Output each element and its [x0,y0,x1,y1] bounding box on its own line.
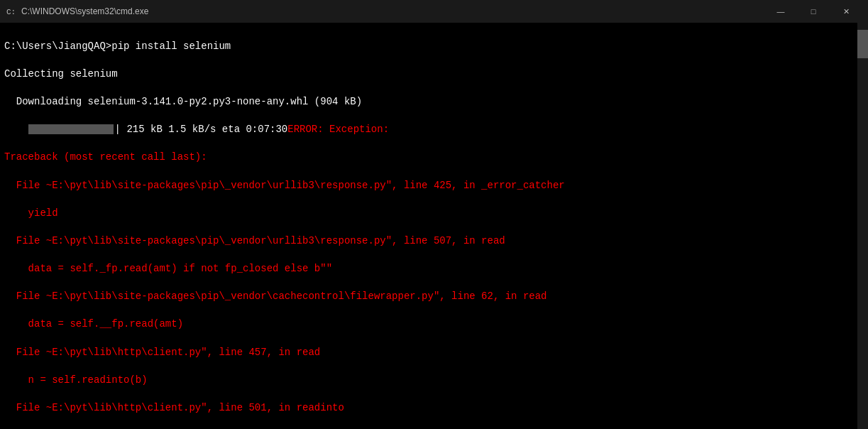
maximize-button[interactable]: □ [797,0,830,23]
line-13: n = self.readinto(b) [4,374,864,388]
line-6: File ~E:\pyt\lib\site-packages\pip\_vend… [4,179,864,193]
terminal-content: C:\Users\JiangQAQ>pip install selenium C… [4,26,864,429]
line-7: yield [4,207,864,221]
svg-text:C:: C: [6,8,16,16]
line-8: File ~E:\pyt\lib\site-packages\pip\_vend… [4,234,864,249]
line-2: Collecting selenium [4,67,864,82]
close-button[interactable]: ✕ [830,0,862,23]
line-12: File ~E:\pyt\lib\http\client.py", line 4… [4,346,864,360]
scrollbar-thumb[interactable] [857,30,868,58]
titlebar-left: C: C:\WINDOWS\system32\cmd.exe [6,6,148,17]
line-4: | 215 kB 1.5 kB/s eta 0:07:30ERROR: Exce… [4,123,864,137]
line-11: data = self.__fp.read(amt) [4,317,864,332]
line-3: Downloading selenium-3.141.0-py2.py3-non… [4,95,864,109]
titlebar-title: C:\WINDOWS\system32\cmd.exe [21,6,148,16]
progress-bar [28,124,114,134]
scrollbar[interactable] [857,23,868,429]
terminal-body: C:\Users\JiangQAQ>pip install selenium C… [0,23,868,429]
titlebar-controls: — □ ✕ [764,0,862,23]
line-5: Traceback (most recent call last): [4,151,864,165]
titlebar: C: C:\WINDOWS\system32\cmd.exe — □ ✕ [0,0,868,23]
minimize-button[interactable]: — [764,0,797,23]
line-10: File ~E:\pyt\lib\site-packages\pip\_vend… [4,290,864,304]
cmd-icon: C: [6,6,17,17]
cmd-window: C: C:\WINDOWS\system32\cmd.exe — □ ✕ C:\… [0,0,868,429]
line-14: File ~E:\pyt\lib\http\client.py", line 5… [4,401,864,416]
line-1: C:\Users\JiangQAQ>pip install selenium [4,40,864,54]
line-9: data = self._fp.read(amt) if not fp_clos… [4,262,864,276]
